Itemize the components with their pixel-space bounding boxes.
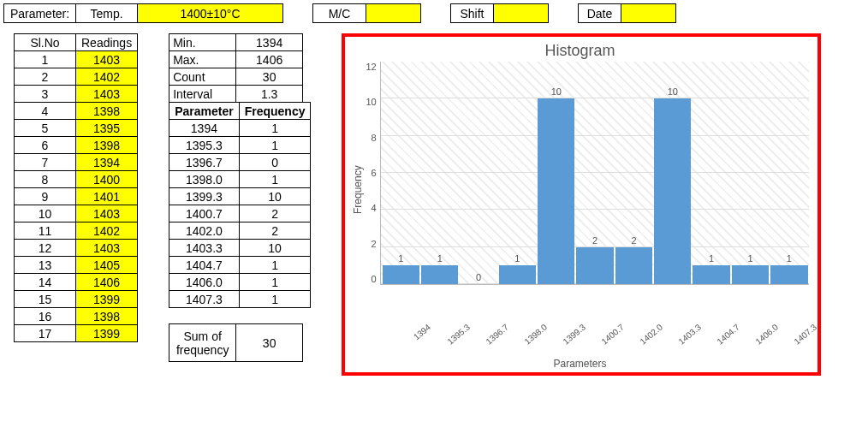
x-ticks: 13941395.31396.71398.01399.31400.71402.0… [350,318,809,361]
bar-value-label: 1 [787,253,792,264]
bar-value-label: 1 [437,253,443,264]
mc-value[interactable] [366,4,421,23]
freq-param: 1395.3 [169,137,240,154]
bar [383,265,419,284]
reading-value[interactable]: 1399 [76,325,138,342]
bar-column: 2 [615,235,652,284]
bar [770,265,807,284]
freq-param: 1396.7 [169,154,240,171]
x-tick: 1404.7 [704,318,741,353]
reading-value[interactable]: 1401 [76,188,138,205]
shift-label: Shift [451,4,494,23]
sum-table: Sum of frequency 30 [169,323,303,362]
table-row: 31403 [15,86,138,103]
table-row: 161398 [15,308,138,325]
reading-value[interactable]: 1399 [76,291,138,308]
date-value[interactable] [621,4,676,23]
reading-value[interactable]: 1405 [76,257,138,274]
mc-label: M/C [313,4,366,23]
table-row: 1396.70 [169,154,311,171]
reading-value[interactable]: 1398 [76,308,138,325]
bar-column: 1 [383,253,419,284]
bar-value-label: 10 [551,86,562,97]
reading-value[interactable]: 1406 [76,274,138,291]
y-axis-label: Frequency [350,62,366,318]
table-row: Interval1.3 [169,86,303,103]
readings-h0: Sl.No [15,34,76,51]
sl-no: 1 [15,51,76,68]
plot-area: 1101102210111 [380,62,810,285]
reading-value[interactable]: 1395 [76,120,138,137]
table-row: 81400 [15,171,138,188]
x-axis-label: Parameters [350,358,809,370]
date-label: Date [579,4,621,23]
table-row: 61398 [15,137,138,154]
x-tick: 1400.7 [588,318,626,353]
sl-no: 3 [15,86,76,103]
table-row: 1404.71 [169,257,311,274]
reading-value[interactable]: 1403 [76,205,138,222]
reading-value[interactable]: 1398 [76,137,138,154]
table-row: 121403 [15,240,138,257]
x-tick: 1394 [395,318,433,353]
shift-value[interactable] [494,4,549,23]
table-row: 71394 [15,154,138,171]
table-row: 1407.31 [169,291,311,308]
table-row: 41398 [15,103,138,120]
freq-param: 1406.0 [169,274,240,291]
freq-param: 1407.3 [169,291,240,308]
x-tick: 1402.0 [627,318,664,353]
bar [615,247,652,284]
reading-value[interactable]: 1402 [76,222,138,240]
sl-no: 6 [15,137,76,154]
bar [693,265,729,284]
table-row: 51395 [15,120,138,137]
sl-no: 4 [15,103,76,120]
y-tick: 0 [366,274,376,284]
reading-value[interactable]: 1394 [76,154,138,171]
bar-value-label: 1 [709,253,714,264]
table-row: 131405 [15,257,138,274]
y-tick: 10 [366,97,376,107]
bar [654,98,691,284]
reading-value[interactable]: 1398 [76,103,138,120]
bar [421,265,458,284]
y-tick: 8 [366,133,376,143]
table-row: 1400.72 [169,205,311,222]
sl-no: 13 [15,257,76,274]
reading-value[interactable]: 1403 [76,51,138,68]
bar-column: 1 [732,253,769,284]
x-tick: 1398.0 [511,318,549,353]
stat-label: Interval [169,86,236,103]
freq-param: 1403.3 [169,240,240,257]
bar-column: 1 [770,253,807,284]
sum-label: Sum of frequency [169,324,236,362]
reading-value[interactable]: 1403 [76,86,138,103]
stat-value: 30 [236,68,303,86]
y-tick: 12 [366,62,376,72]
freq-count: 2 [239,222,311,240]
sl-no: 16 [15,308,76,325]
reading-value[interactable]: 1402 [76,68,138,86]
reading-value[interactable]: 1400 [76,171,138,188]
bar-column: 0 [460,272,496,284]
bar-column: 10 [654,86,691,284]
bar [538,98,574,284]
table-row: 13941 [169,120,311,137]
bar-value-label: 1 [514,253,520,264]
freq-param: 1400.7 [169,205,240,222]
freq-param: 1399.3 [169,188,240,205]
freq-count: 1 [239,171,311,188]
stat-label: Max. [169,51,236,68]
x-tick: 1403.3 [665,318,703,353]
chart-title: Histogram [350,42,809,60]
reading-value[interactable]: 1403 [76,240,138,257]
freq-param: 1404.7 [169,257,240,274]
bar-column: 2 [576,235,613,284]
temp-value[interactable]: 1400±10°C [138,4,283,23]
freq-count: 2 [239,205,311,222]
y-tick: 6 [366,168,376,178]
table-row: 21402 [15,68,138,86]
stats-table: Min.1394Max.1406Count30Interval1.3 [169,33,303,103]
sl-no: 12 [15,240,76,257]
